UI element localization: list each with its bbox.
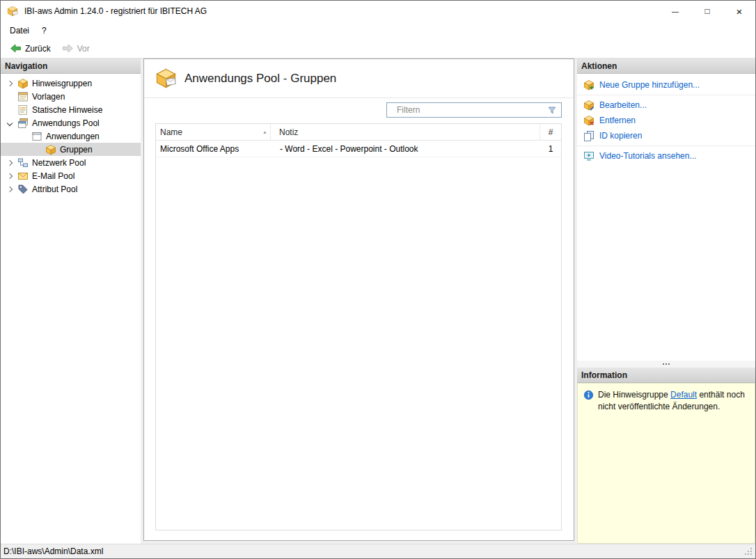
column-header-count[interactable]: # (540, 124, 561, 140)
nav-item-attribut-pool[interactable]: Attribut Pool (1, 182, 141, 196)
maximize-button[interactable]: □ (691, 1, 723, 22)
menu-help[interactable]: ? (36, 22, 53, 39)
menubar: Datei ? (1, 22, 755, 39)
toolbar: Zurück Vor (1, 39, 755, 58)
video-tutorials-icon (583, 150, 594, 162)
nav-item-statische-hinweise[interactable]: Statische Hinweise (1, 103, 141, 116)
chevron-right-icon[interactable] (7, 186, 13, 191)
app-window: IBI-aws Admin 1.24.0 - registriert für I… (0, 0, 756, 559)
nav-item-netzwerk-pool[interactable]: Netzwerk Pool (1, 156, 141, 169)
chevron-right-icon[interactable] (7, 173, 13, 178)
navigation-panel: Navigation Hinweisgruppen Vorlagen Stati… (1, 58, 141, 544)
information-message: Die Hinweisgruppe Default enthält noch n… (598, 389, 749, 413)
information-panel: Die Hinweisgruppe Default enthält noch n… (577, 383, 755, 544)
navigation-header: Navigation (1, 58, 141, 74)
content-panel: Anwendungs Pool - Gruppen Name ▲ Notiz (143, 58, 574, 541)
nav-item-email-pool[interactable]: E-Mail Pool (1, 169, 141, 182)
actions-separator (577, 95, 755, 95)
minimize-button[interactable]: — (659, 1, 691, 22)
filter-input[interactable] (387, 105, 547, 115)
info-icon (583, 390, 594, 400)
back-button[interactable]: Zurück (5, 42, 56, 55)
cell-name: Microsoft Office Apps (156, 144, 271, 154)
resize-grip-icon[interactable] (743, 546, 753, 556)
table-header-row: Name ▲ Notiz # (156, 124, 561, 141)
chevron-down-icon[interactable] (7, 120, 13, 125)
window-title: IBI-aws Admin 1.24.0 - registriert für I… (24, 6, 207, 16)
action-edit[interactable]: Bearbeiten... (577, 97, 755, 113)
forward-arrow-icon (62, 44, 74, 53)
close-button[interactable]: × (723, 1, 755, 22)
network-pool-icon (17, 157, 29, 168)
information-header: Information (577, 368, 755, 383)
sort-ascending-icon: ▲ (262, 129, 267, 134)
edit-icon (583, 100, 594, 111)
column-header-notiz[interactable]: Notiz (271, 124, 540, 140)
page-title: Anwendungs Pool - Gruppen (184, 72, 336, 86)
statusbar: D:\IBI-aws\Admin\Data.xml (1, 544, 755, 558)
column-header-name[interactable]: Name ▲ (156, 124, 271, 140)
copy-id-icon (583, 130, 594, 141)
table-empty-area (156, 157, 561, 530)
navigation-tree: Hinweisgruppen Vorlagen Statische Hinwei… (1, 74, 141, 544)
cell-count: 1 (540, 144, 561, 154)
splitter-grip-icon (663, 363, 664, 365)
titlebar: IBI-aws Admin 1.24.0 - registriert für I… (1, 1, 755, 22)
nav-item-anwendungs-pool[interactable]: Anwendungs Pool (1, 116, 141, 129)
chevron-right-icon[interactable] (7, 80, 13, 86)
right-panel: Aktionen Neue Gruppe hinzufügen... Bearb… (577, 58, 755, 544)
nav-item-vorlagen[interactable]: Vorlagen (1, 90, 141, 103)
templates-icon (17, 91, 29, 102)
panel-splitter[interactable] (577, 361, 755, 368)
page-header: Anwendungs Pool - Gruppen (144, 59, 574, 98)
groups-page-icon (155, 68, 177, 89)
application-pool-icon (17, 118, 29, 129)
forward-label: Vor (77, 44, 90, 54)
action-video-tutorials[interactable]: Video-Tutorials ansehen... (577, 148, 755, 164)
actions-list: Neue Gruppe hinzufügen... Bearbeiten... … (577, 74, 755, 361)
back-arrow-icon (10, 44, 22, 53)
filter-row (144, 98, 574, 122)
default-group-link[interactable]: Default (670, 390, 697, 400)
action-new-group[interactable]: Neue Gruppe hinzufügen... (577, 77, 755, 93)
main-body: Navigation Hinweisgruppen Vorlagen Stati… (1, 58, 755, 544)
nav-item-gruppen[interactable]: Gruppen (1, 143, 141, 156)
actions-separator (577, 145, 755, 146)
filter-box (386, 102, 562, 118)
nav-item-anwendungen[interactable]: Anwendungen (1, 129, 141, 143)
action-copy-id[interactable]: ID kopieren (577, 128, 755, 143)
action-remove[interactable]: Entfernen (577, 113, 755, 128)
static-hints-icon (17, 104, 29, 116)
cell-notiz: - Word - Excel - Powerpoint - Outlook (271, 144, 540, 154)
attribute-pool-icon (17, 184, 29, 195)
groups-icon (45, 144, 56, 155)
app-icon[interactable] (7, 6, 18, 17)
menu-datei[interactable]: Datei (3, 22, 36, 39)
new-group-icon (583, 79, 594, 90)
applications-icon (31, 131, 42, 142)
remove-icon (583, 115, 594, 126)
actions-header: Aktionen (577, 58, 755, 74)
groups-table: Name ▲ Notiz # Microsoft Office Apps - W… (155, 123, 562, 530)
statusbar-path: D:\IBI-aws\Admin\Data.xml (3, 546, 103, 556)
chevron-right-icon[interactable] (7, 159, 13, 165)
email-pool-icon (17, 171, 29, 182)
nav-item-hinweisgruppen[interactable]: Hinweisgruppen (1, 77, 141, 90)
table-row[interactable]: Microsoft Office Apps - Word - Excel - P… (156, 141, 561, 157)
hint-groups-icon (17, 78, 29, 89)
window-controls: — □ × (659, 1, 755, 22)
filter-funnel-icon[interactable] (547, 105, 557, 115)
forward-button[interactable]: Vor (57, 42, 95, 55)
back-label: Zurück (25, 44, 51, 54)
